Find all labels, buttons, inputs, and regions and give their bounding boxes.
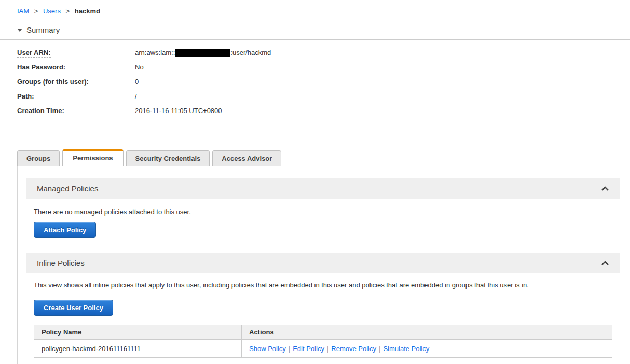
action-separator: |: [379, 345, 380, 353]
tab-permissions[interactable]: Permissions: [62, 149, 123, 166]
groups-count-value: 0: [135, 78, 139, 86]
groups-count-label: Groups (for this user):: [17, 78, 135, 86]
simulate-policy-link[interactable]: Simulate Policy: [383, 345, 429, 353]
summary-row-path: Path: /: [17, 92, 630, 107]
tab-bar: Groups Permissions Security Credentials …: [17, 149, 630, 166]
summary-fields: User ARN: arn:aws:iam:::user/hackmd Has …: [17, 49, 630, 121]
breadcrumb-separator: >: [66, 7, 70, 15]
arn-prefix: arn:aws:iam::: [135, 49, 175, 57]
summary-divider: [0, 39, 630, 40]
summary-title: Summary: [26, 25, 60, 34]
inline-policies-table: Policy Name Actions policygen-hackmd-201…: [34, 325, 612, 358]
show-policy-link[interactable]: Show Policy: [249, 345, 286, 353]
managed-policies-title: Managed Policies: [37, 184, 98, 193]
has-password-value: No: [135, 63, 144, 71]
tab-security-credentials[interactable]: Security Credentials: [126, 150, 210, 166]
iam-user-detail-page: IAM > Users > hackmd Summary User ARN: a…: [0, 7, 630, 364]
path-label: Path:: [17, 92, 135, 101]
summary-row-groups: Groups (for this user): 0: [17, 78, 630, 92]
summary-row-creation-time: Creation Time: 2016-11-16 11:05 UTC+0800: [17, 107, 630, 121]
breadcrumb-current-user: hackmd: [75, 7, 100, 15]
inline-policies-description: This view shows all inline policies that…: [34, 281, 612, 289]
breadcrumb: IAM > Users > hackmd: [17, 7, 630, 15]
managed-policies-header[interactable]: Managed Policies: [26, 178, 620, 199]
arn-suffix: :user/hackmd: [230, 49, 271, 57]
user-arn-value: arn:aws:iam:::user/hackmd: [135, 49, 271, 57]
actions-column-header: Actions: [242, 325, 612, 340]
action-separator: |: [327, 345, 328, 353]
summary-section-toggle[interactable]: Summary: [17, 25, 630, 34]
collapse-triangle-icon: [17, 29, 22, 32]
inline-policies-header[interactable]: Inline Policies: [26, 253, 620, 273]
policies-accordion: Managed Policies There are no managed po…: [26, 178, 620, 364]
tab-access-advisor[interactable]: Access Advisor: [212, 150, 281, 166]
tab-groups[interactable]: Groups: [17, 150, 60, 166]
collapse-chevron-icon[interactable]: [601, 186, 609, 191]
breadcrumb-separator: >: [34, 7, 38, 15]
summary-row-user-arn: User ARN: arn:aws:iam:::user/hackmd: [17, 49, 630, 63]
redacted-account-id: [175, 49, 230, 57]
inline-policies-title: Inline Policies: [37, 259, 85, 268]
create-user-policy-button[interactable]: Create User Policy: [34, 300, 113, 316]
path-value: /: [135, 92, 137, 100]
creation-time-value: 2016-11-16 11:05 UTC+0800: [135, 107, 222, 115]
edit-policy-link[interactable]: Edit Policy: [293, 345, 324, 353]
summary-row-has-password: Has Password: No: [17, 63, 630, 78]
no-managed-policies-text: There are no managed policies attached t…: [34, 207, 612, 216]
permissions-tab-panel: Managed Policies There are no managed po…: [17, 166, 625, 364]
remove-policy-link[interactable]: Remove Policy: [331, 345, 376, 353]
policy-name-column-header: Policy Name: [34, 325, 242, 340]
inline-policies-body: This view shows all inline policies that…: [26, 273, 620, 364]
action-separator: |: [289, 345, 290, 353]
user-arn-label: User ARN:: [17, 49, 135, 58]
attach-policy-button[interactable]: Attach Policy: [34, 222, 96, 238]
table-row: policygen-hackmd-201611161111 Show Polic…: [34, 340, 612, 358]
managed-policies-body: There are no managed policies attached t…: [26, 199, 620, 253]
creation-time-label: Creation Time:: [17, 107, 135, 115]
policy-name-cell: policygen-hackmd-201611161111: [34, 340, 242, 358]
breadcrumb-link-iam[interactable]: IAM: [17, 7, 29, 15]
breadcrumb-link-users[interactable]: Users: [43, 7, 61, 15]
policy-actions-cell: Show Policy|Edit Policy|Remove Policy|Si…: [242, 340, 612, 358]
table-header-row: Policy Name Actions: [34, 325, 612, 340]
collapse-chevron-icon[interactable]: [601, 261, 609, 265]
has-password-label: Has Password:: [17, 63, 135, 71]
